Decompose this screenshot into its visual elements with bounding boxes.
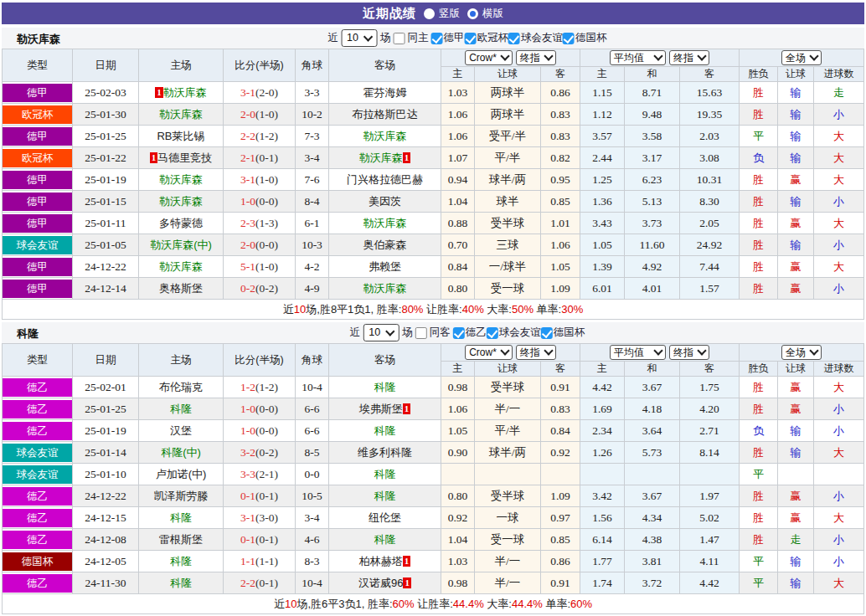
col-score: 比分(半场) [224, 344, 296, 377]
result-handicap: 输 [778, 572, 814, 594]
home-team: 奥格斯堡 [139, 278, 224, 300]
odds-final-select[interactable]: 终指 [516, 50, 556, 65]
league-type-badge: 德甲 [3, 127, 72, 146]
away-team-name: 科隆 [374, 381, 396, 393]
away-team-name: 勒沃库森 [363, 217, 407, 229]
near-label: 近 [328, 28, 339, 49]
result-goals: 小 [814, 420, 864, 442]
result-handicap: 赢 [778, 213, 814, 234]
fulltime-score: 1-0 [240, 195, 255, 208]
match-date: 24-12-22 [73, 485, 139, 507]
col-corner: 角球 [296, 49, 329, 82]
league-checkbox-球会友谊[interactable]: 球会友谊 [508, 28, 563, 49]
corners: 10-3 [296, 234, 329, 256]
odds-home: 0.98 [441, 377, 475, 398]
odds-source-select[interactable]: Crow* [465, 345, 513, 360]
fulltime-score: 2-3 [240, 217, 255, 229]
odds-final-select[interactable]: 终指 [516, 345, 556, 360]
odds-home: 1.05 [441, 420, 475, 442]
checkbox-checked-icon[interactable] [508, 33, 520, 44]
chevron-down-icon [363, 32, 373, 41]
col-type: 类型 [3, 49, 73, 82]
odds-home: 1.06 [441, 126, 475, 147]
avg-draw: 4.34 [625, 507, 680, 529]
avg-home: 1.56 [580, 507, 625, 529]
chevron-down-icon [500, 51, 509, 60]
checkbox-checked-icon[interactable] [541, 327, 553, 339]
league-type-badge: 球会友谊 [3, 465, 72, 484]
checkbox-unchecked-icon[interactable] [415, 327, 427, 339]
summary-part: 单率: [534, 303, 561, 316]
away-team: 布拉格斯巴达 [329, 104, 441, 126]
league-type-badge: 德甲 [3, 84, 72, 102]
match-row: 德甲25-01-25RB莱比锡2-2(1-2)7-3勒沃库森1.06受平/半0.… [3, 126, 864, 147]
league-checkbox-德甲[interactable]: 德甲 [430, 28, 464, 49]
home-team-name: 勒沃库森 [159, 108, 203, 121]
same-venue-checkbox[interactable]: 同主 [393, 28, 428, 49]
odds-away: 0.95 [541, 169, 580, 191]
summary-part: 单率: [543, 598, 570, 610]
league-type: 德乙 [3, 507, 73, 529]
same-venue-checkbox[interactable]: 同客 [415, 322, 451, 343]
result-handicap: 赢 [778, 398, 814, 420]
avg-final-select[interactable]: 终指 [669, 50, 709, 65]
league-type: 德甲 [3, 256, 73, 278]
result-goals: 小 [814, 551, 864, 572]
avg-away: 1.57 [680, 278, 740, 300]
subcol-2: 客 [541, 67, 580, 82]
radio-vertical-label: 竖版 [439, 7, 460, 21]
chevron-down-icon [386, 326, 395, 336]
home-team-name: 科隆 [170, 403, 192, 415]
radio-checked-icon[interactable] [467, 8, 478, 19]
league-checkbox-欧冠杯[interactable]: 欧冠杯 [464, 28, 508, 49]
corners: 10-5 [296, 485, 329, 507]
odds-away: 0.84 [541, 420, 580, 442]
scope-select[interactable]: 全场 [781, 345, 822, 360]
subcol-7: 让球 [778, 67, 814, 82]
league-type-badge: 德乙 [3, 400, 72, 418]
odds-home: 1.04 [441, 529, 475, 551]
avg-away: 2.71 [680, 420, 740, 442]
avg-draw: 5.73 [625, 442, 680, 464]
avg-away: 10.31 [680, 169, 740, 191]
chevron-down-icon [697, 51, 706, 60]
league-checkbox-德乙[interactable]: 德乙 [453, 322, 487, 343]
checkbox-checked-icon[interactable] [563, 33, 575, 44]
result-goals: 小 [814, 234, 864, 256]
checkbox-checked-icon[interactable] [464, 33, 476, 44]
scope-select[interactable]: 全场 [781, 50, 822, 65]
result-goals: 走 [814, 82, 864, 104]
radio-unchecked-icon[interactable] [424, 8, 435, 19]
radio-vertical-option[interactable]: 竖版 [424, 7, 460, 21]
checkbox-unchecked-icon[interactable] [393, 33, 405, 44]
result-outcome: 胜 [740, 82, 778, 104]
handicap: 半/一 [475, 551, 541, 572]
match-date: 25-01-10 [73, 464, 139, 485]
checkbox-checked-icon[interactable] [430, 33, 442, 44]
fulltime-score: 2-2 [240, 130, 255, 142]
league-label: 德国杯 [575, 28, 607, 49]
result-outcome: 胜 [740, 104, 778, 126]
league-checkbox-球会友谊[interactable]: 球会友谊 [487, 322, 541, 343]
col-date: 日期 [73, 49, 139, 82]
chevron-down-icon [544, 346, 553, 355]
checkbox-checked-icon[interactable] [487, 327, 498, 339]
odds-home: 0.84 [441, 256, 475, 278]
avg-source-select[interactable]: 平均值 [610, 345, 666, 360]
odds-source-select[interactable]: Crow* [465, 50, 513, 65]
result-goals: 小 [814, 104, 864, 126]
avg-source-select[interactable]: 平均值 [610, 50, 666, 65]
league-checkbox-德国杯[interactable]: 德国杯 [563, 28, 607, 49]
league-checkbox-德国杯[interactable]: 德国杯 [541, 322, 585, 343]
radio-horizontal-option[interactable]: 横版 [467, 7, 503, 21]
checkbox-checked-icon[interactable] [453, 327, 465, 339]
subcol-0: 主 [441, 362, 475, 377]
odds-away: 1.09 [541, 485, 580, 507]
recent-count-select[interactable]: 10 [341, 29, 378, 47]
match-row: 欧冠杯25-01-30勒沃库森2-0(1-0)10-2布拉格斯巴达1.06两球半… [3, 104, 864, 126]
away-team: 科隆 [329, 529, 441, 551]
avg-final-select[interactable]: 终指 [669, 345, 709, 360]
recent-count-select[interactable]: 10 [363, 324, 399, 341]
avg-away: 4.20 [680, 398, 740, 420]
avg-draw: 3.72 [625, 572, 680, 594]
